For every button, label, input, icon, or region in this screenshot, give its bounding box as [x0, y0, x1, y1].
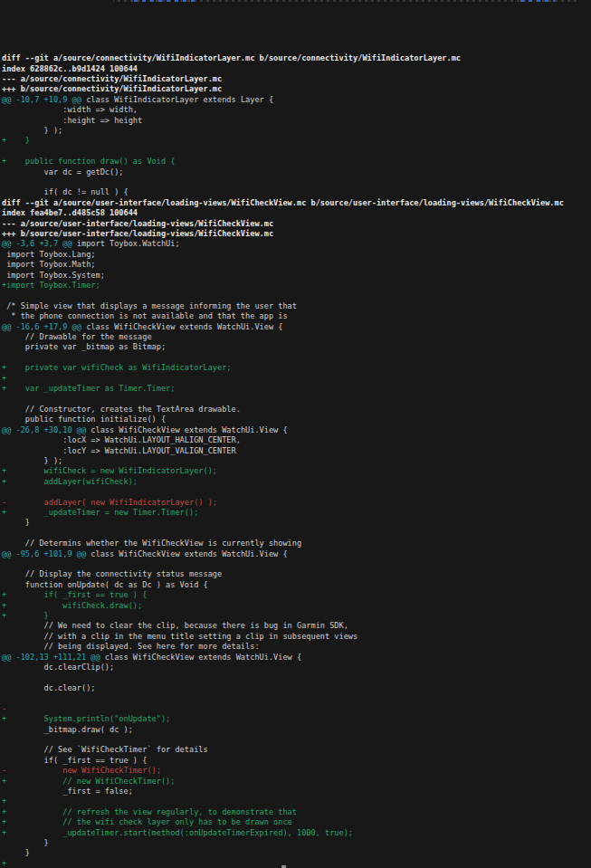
diff-line: - [2, 704, 591, 714]
diff-line: :width => width, [2, 105, 591, 115]
diff-line: @@ -10,7 +10,9 @@ class WifiIndicatorLay… [2, 95, 591, 105]
diff-line: function onUpdate( dc as Dc ) as Void { [2, 580, 591, 590]
diff-line [2, 177, 591, 187]
diff-line: dc.clear(); [2, 683, 591, 693]
clipped-scrollback-fragment [134, 0, 197, 2]
clipped-scrollback-fragment [520, 0, 555, 2]
diff-line: + // refresh the view regularly, to demo… [2, 807, 591, 817]
diff-line [2, 529, 591, 539]
diff-line: /* Simple view that displays a message i… [2, 301, 591, 311]
diff-line: diff --git a/source/connectivity/WifiInd… [2, 53, 591, 63]
diff-line: } [2, 518, 591, 528]
diff-line: - addLayer( new WifiIndicatorLayer() ); [2, 498, 591, 508]
diff-line: private var _bitmap as Bitmap; [2, 342, 591, 352]
diff-line: + var _updateTimer as Timer.Timer; [2, 384, 591, 394]
diff-line: - new WifiCheckTimer(); [2, 766, 591, 776]
hunk-context: class WifiCheckView extends WatchUi.View… [100, 653, 301, 662]
diff-line: + // new WifiCheckTimer(); [2, 777, 591, 787]
diff-line: + addLayer(wifiCheck); [2, 477, 591, 487]
diff-line [2, 735, 591, 745]
diff-line: + } [2, 611, 591, 621]
hunk-header: @@ -10,7 +10,9 @@ [2, 95, 81, 104]
diff-line: if( dc != null ) { [2, 187, 591, 197]
diff-line: // Constructor, creates the TextArea dra… [2, 405, 591, 415]
hunk-header: @@ -3,6 +3,7 @@ [2, 239, 72, 248]
diff-line [2, 395, 591, 405]
hunk-header: @@ -26,8 +30,10 @@ [2, 425, 86, 434]
diff-line: :height => height [2, 116, 591, 126]
diff-line: +++ b/source/connectivity/WifiIndicatorL… [2, 84, 591, 94]
diff-line: + [2, 374, 591, 384]
clipped-scrollback-line [0, 0, 591, 2]
diff-line [2, 353, 591, 363]
diff-line: @@ -16,6 +17,9 @@ class WifiCheckView ex… [2, 322, 591, 332]
diff-line [2, 559, 591, 569]
diff-line [2, 693, 591, 703]
hunk-context: class WifiCheckView extends WatchUi.View… [86, 425, 287, 434]
hunk-context: class WifiCheckView extends WatchUi.View… [81, 322, 282, 331]
diff-line: } ); [2, 456, 591, 466]
diff-line [2, 291, 591, 300]
diff-line: + wifiCheck = new WifiIndicatorLayer(); [2, 466, 591, 476]
diff-line: + // the wifi check layer only has to be… [2, 817, 591, 827]
diff-line [2, 147, 591, 157]
diff-line: // Display the connectivity status messa… [2, 569, 591, 579]
diff-line: :locX => WatchUi.LAYOUT_HALIGN_CENTER, [2, 435, 591, 445]
diff-line: public function initialize() { [2, 415, 591, 424]
terminal-output[interactable]: diff --git a/source/connectivity/WifiInd… [0, 0, 591, 868]
diff-line: + System.println("onUpdate"); [2, 714, 591, 724]
diff-line: --- a/source/connectivity/WifiIndicatorL… [2, 74, 591, 84]
diff-line: index fea4be7..d485c58 100644 [2, 208, 591, 218]
diff-line: + public function draw() as Void { [2, 157, 591, 167]
diff-line: @@ -102,13 +111,21 @@ class WifiCheckVie… [2, 653, 591, 663]
diff-line: // See `WifiCheckTimer` for details [2, 745, 591, 755]
diff-line: var dc = getDc(); [2, 167, 591, 177]
diff-line: } [2, 848, 591, 858]
diff-line: @@ -26,8 +30,10 @@ class WifiCheckView e… [2, 425, 591, 435]
diff-line: + private var wifiCheck as WifiIndicator… [2, 363, 591, 373]
diff-line: // being displayed. See here for more de… [2, 642, 591, 652]
diff-line: diff --git a/source/user-interface/loadi… [2, 198, 591, 208]
diff-line: * the phone connection is not available … [2, 311, 591, 321]
diff-line: + [2, 859, 591, 868]
diff-line: +++ b/source/user-interface/loading-view… [2, 229, 591, 239]
hunk-context: class WifiIndicatorLayer extends Layer { [81, 95, 273, 104]
diff-line: import Toybox.Lang; [2, 250, 591, 260]
diff-line: _bitmap.draw( dc ); [2, 725, 591, 735]
diff-line: + if( _first == true ) { [2, 590, 591, 600]
diff-line: // Determins whether the WifiCheckView i… [2, 539, 591, 548]
diff-line: + wifiCheck.draw(); [2, 601, 591, 611]
diff-line: import Toybox.Math; [2, 260, 591, 270]
diff-lines: diff --git a/source/connectivity/WifiInd… [2, 53, 591, 868]
diff-line: // with a clip in the menu title setting… [2, 632, 591, 642]
diff-line: import Toybox.System; [2, 271, 591, 281]
diff-line: if( _first == true ) { [2, 756, 591, 766]
diff-line: +import Toybox.Timer; [2, 281, 591, 291]
diff-line: + _updateTimer.start(method(:onUpdateTim… [2, 828, 591, 838]
diff-line: @@ -3,6 +3,7 @@ import Toybox.WatchUi; [2, 239, 591, 249]
diff-line: // We need to clear the clip, because th… [2, 621, 591, 631]
diff-line: :locY => WatchUi.LAYOUT_VALIGN_CENTER [2, 446, 591, 456]
hunk-header: @@ -102,13 +111,21 @@ [2, 653, 100, 662]
diff-line: + _updateTimer = new Timer.Timer(); [2, 508, 591, 518]
diff-line: } ); [2, 126, 591, 136]
diff-line: dc.clearClip(); [2, 663, 591, 672]
hunk-context: class WifiCheckView extends WatchUi.View… [86, 549, 287, 558]
diff-line: } [2, 838, 591, 848]
hunk-context: import Toybox.WatchUi; [72, 239, 180, 248]
diff-line: + } [2, 136, 591, 146]
diff-line: _first = false; [2, 787, 591, 796]
diff-line: index 628862c..b9d1424 100644 [2, 64, 591, 74]
diff-line [2, 672, 591, 682]
diff-line [2, 487, 591, 497]
diff-line: + [2, 796, 591, 806]
hunk-header: @@ -95,6 +101,9 @@ [2, 549, 86, 558]
diff-line: // Drawable for the message [2, 332, 591, 342]
diff-line: --- a/source/user-interface/loading-view… [2, 219, 591, 229]
hunk-header: @@ -16,6 +17,9 @@ [2, 322, 81, 331]
diff-line: @@ -95,6 +101,9 @@ class WifiCheckView e… [2, 549, 591, 559]
